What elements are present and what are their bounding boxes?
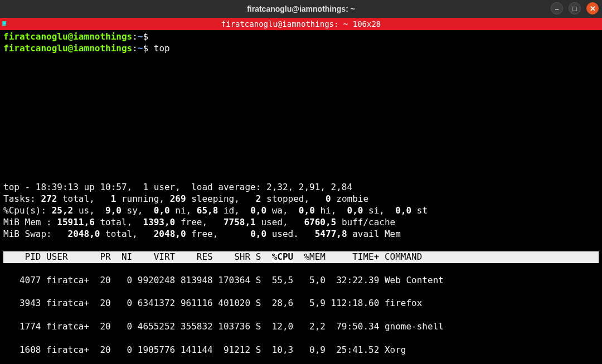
prompt-userhost: firatcanoglu@iamnothings	[3, 43, 132, 54]
maximize-button[interactable]: □	[569, 2, 581, 14]
prompt-line-2: firatcanoglu@iamnothings:~$ top	[3, 43, 599, 55]
window-titlebar: firatcanoglu@iamnothings: ~ – □ ✕	[0, 0, 602, 18]
process-table-header: PID USER PR NI VIRT RES SHR S %CPU %MEM …	[3, 251, 599, 263]
top-summary-mem: MiB Mem : 15911,6 total, 1393,0 free, 77…	[3, 217, 599, 229]
terminal-tab-title: firatcanoglu@iamnothings: ~ 106x28	[221, 20, 381, 28]
process-row: 3943 firatca+ 20 0 6341372 961116 401020…	[3, 298, 599, 309]
process-row: 1608 firatca+ 20 0 1905776 141144 91212 …	[3, 344, 599, 356]
top-summary-swap: MiB Swap: 2048,0 total, 2048,0 free, 0,0…	[3, 229, 599, 240]
top-summary-tasks: Tasks: 272 total, 1 running, 269 sleepin…	[3, 193, 599, 205]
top-summary-uptime: top - 18:39:13 up 10:57, 1 user, load av…	[3, 182, 599, 193]
top-summary-cpu: %Cpu(s): 25,2 us, 9,0 sy, 0,0 ni, 65,8 i…	[3, 205, 599, 217]
close-button[interactable]: ✕	[586, 2, 599, 14]
terminal-icon: ▣	[2, 19, 11, 28]
process-row: 4077 firatca+ 20 0 9920248 813948 170364…	[3, 275, 599, 287]
terminal-window: firatcanoglu@iamnothings: ~ – □ ✕ ▣ fira…	[0, 0, 602, 364]
process-row: 1774 firatca+ 20 0 4655252 355832 103736…	[3, 321, 599, 333]
window-controls: – □ ✕	[551, 2, 599, 14]
terminal-tabbar: ▣ firatcanoglu@iamnothings: ~ 106x28	[0, 18, 602, 30]
terminal-body[interactable]: firatcanoglu@iamnothings:~$firatcanoglu@…	[0, 30, 602, 364]
sort-column: %CPU	[272, 251, 294, 262]
prompt-dollar: $	[143, 43, 148, 54]
prompt-separator: :	[132, 31, 138, 42]
command-top: top	[148, 43, 170, 54]
prompt-separator: :	[132, 43, 138, 54]
window-title: firatcanoglu@iamnothings: ~	[247, 4, 355, 13]
prompt-userhost: firatcanoglu@iamnothings	[3, 31, 132, 42]
minimize-button[interactable]: –	[551, 2, 563, 14]
prompt-line-1: firatcanoglu@iamnothings:~$	[3, 31, 599, 43]
prompt-dollar: $	[143, 31, 148, 42]
